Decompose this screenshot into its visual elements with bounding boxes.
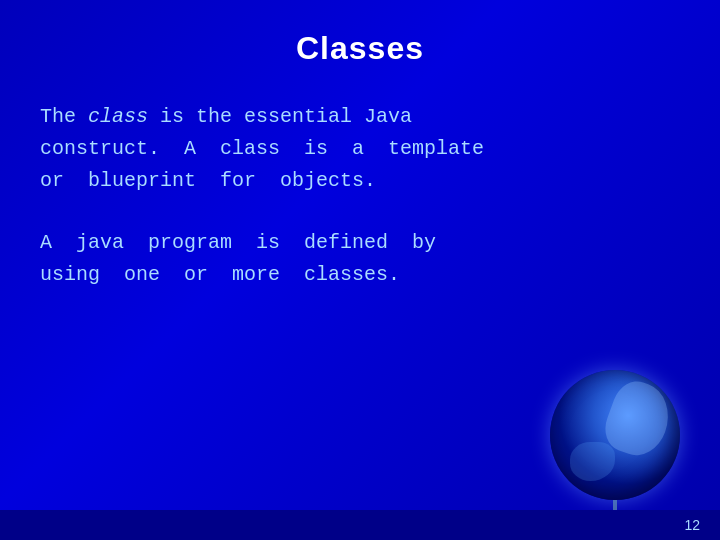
paragraph-2: A java program is defined by using one o…	[40, 227, 680, 291]
globe-graphic	[550, 370, 680, 500]
slide-title: Classes	[40, 30, 680, 67]
class-italic: class	[88, 105, 148, 128]
para2-text: A java program is defined by using one o…	[40, 231, 436, 286]
footer-bar: 12	[0, 510, 720, 540]
para1-text: The class is the essential Java construc…	[40, 105, 484, 192]
the-word: The	[40, 105, 88, 128]
globe-container	[550, 370, 680, 500]
title-area: Classes	[40, 20, 680, 91]
slide: Classes The class is the essential Java …	[0, 0, 720, 540]
page-number: 12	[684, 517, 700, 533]
paragraph-1: The class is the essential Java construc…	[40, 101, 680, 197]
